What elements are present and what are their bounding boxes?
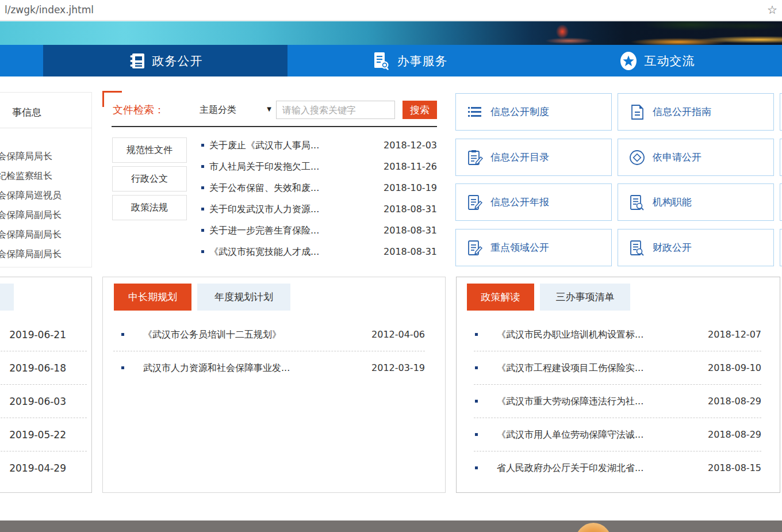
link-box-yishenqing-gongkai[interactable]: 依申请公开 [618, 139, 774, 176]
link-box-label: 信息公开制度 [490, 105, 549, 118]
document-date: 2018-12-03 [384, 135, 437, 156]
item-link[interactable]: 武汉市人力资源和社会保障事业发... [143, 362, 290, 373]
national-emblem-icon [575, 523, 612, 532]
clipboard-pencil-icon [466, 149, 484, 166]
document-link[interactable]: 关于公布保留、失效和废... [209, 182, 319, 193]
category-select[interactable]: 主题分类 ▼ [190, 101, 274, 118]
tab-banshi-fuwu[interactable]: 办事服务 [288, 45, 532, 76]
tab-zhengce-jiedu[interactable]: 政策解读 [467, 284, 534, 311]
tab-zhongchangqi-guihua[interactable]: 中长期规划 [114, 284, 191, 311]
link-box-label: 财政公开 [653, 241, 692, 254]
document-link[interactable]: 市人社局关于印发拖欠工... [209, 161, 319, 172]
tab-label: 办事服务 [397, 53, 448, 69]
tab-niandu-guihua-jihua[interactable]: 年度规划计划 [197, 284, 290, 311]
item-link[interactable]: 《武汉市工程建设项目工伤保险实... [497, 362, 643, 373]
document-date: 2018-10-19 [384, 177, 437, 198]
search-button[interactable]: 搜索 [402, 101, 437, 119]
item-date: 2018-08-29 [708, 418, 761, 451]
bullet-icon [475, 333, 478, 336]
link-box-xinxi-gongkai-zhidu[interactable]: 信息公开制度 [455, 93, 612, 131]
item-link[interactable]: 《武汉市重大劳动保障违法行为社... [497, 396, 643, 407]
search-input[interactable] [276, 101, 395, 119]
category-button-xingzheng[interactable]: 行政公文 [112, 166, 187, 192]
list-item: 《武汉市民办职业培训机构设置标...2018-12-07 [474, 318, 761, 351]
bullet-icon [201, 186, 204, 189]
link-box-label: 信息公开目录 [490, 151, 549, 164]
document-link[interactable]: 《武汉市拓宽技能人才成... [209, 246, 319, 257]
link-box-zhongdian-lingyu-gongkai[interactable]: 重点领域公开 [455, 229, 612, 266]
document-link[interactable]: 关于废止《武汉市人事局... [209, 140, 319, 151]
document-search-icon [372, 51, 390, 71]
doc-magnifier-icon [628, 194, 646, 211]
bullet-icon [201, 250, 204, 253]
footer-bar [0, 520, 782, 532]
chevron-down-icon: ▼ [267, 106, 271, 112]
document-icon [628, 104, 646, 121]
tab-zhengwu-gongkai[interactable]: 政务公开 [43, 45, 288, 76]
sidebar-item[interactable]: 会保障局副局长 [0, 205, 92, 225]
address-bar[interactable]: l/zwgk/index.jhtml ☆ [0, 0, 782, 21]
bullet-icon [475, 366, 478, 369]
document-row: 关于印发武汉市人力资源...2018-08-31 [201, 198, 437, 220]
document-link[interactable]: 关于进一步完善生育保险... [209, 225, 319, 236]
link-box-label: 依申请公开 [653, 151, 702, 164]
document-row: 关于进一步完善生育保险...2018-08-31 [201, 220, 437, 241]
item-date: 2018-12-07 [708, 318, 761, 351]
link-box-xinxi-gongkai-mulu[interactable]: 信息公开目录 [455, 139, 612, 176]
sidebar-item[interactable]: 会保障局巡视员 [0, 186, 92, 205]
bullet-icon [201, 229, 204, 232]
list-item: 《武汉市用人单位劳动保障守法诚...2018-08-29 [474, 418, 761, 451]
document-row: 《武汉市拓宽技能人才成...2018-08-31 [201, 241, 437, 262]
notice-date: 2019-06-18 [0, 351, 87, 385]
bullet-icon [121, 333, 124, 336]
item-date: 2012-04-06 [371, 318, 425, 351]
notice-date: 2019-05-22 [0, 418, 87, 451]
personnel-info-panel: 事信息 会保障局局长 纪检监察组长 会保障局巡视员 会保障局副局长 会保障局副局… [0, 92, 92, 267]
main-nav: 政务公开 办事服务 互动交流 [0, 45, 782, 76]
link-box-xinxi-gongkai-zhinan[interactable]: 信息公开指南 [618, 93, 774, 131]
list-item: 《武汉市公务员培训十二五规划》2012-04-06 [113, 318, 425, 351]
bullet-icon [201, 165, 204, 168]
item-link[interactable]: 《武汉市民办职业培训机构设置标... [497, 329, 643, 340]
menu-list-icon [466, 104, 484, 121]
item-date: 2018-08-15 [708, 451, 761, 485]
list-item: 省人民政府办公厅关于印发湖北省...2018-08-15 [474, 451, 761, 485]
sidebar-item[interactable]: 纪检监察组长 [0, 166, 92, 186]
item-link[interactable]: 《武汉市公务员培训十二五规划》 [143, 329, 281, 340]
notice-date: 2019-04-29 [0, 451, 87, 485]
planning-list: 《武汉市公务员培训十二五规划》2012-04-06 武汉市人力资源和社会保障事业… [113, 318, 425, 385]
tab-hudong-jiaoliu[interactable]: 互动交流 [532, 45, 782, 76]
bookmark-star-icon[interactable]: ☆ [767, 3, 777, 17]
notice-date: 2019-06-03 [0, 385, 87, 418]
link-box-xinxi-gongkai-nianbao[interactable]: 信息公开年报 [455, 183, 612, 221]
category-button-zhengce[interactable]: 政策法规 [112, 195, 187, 220]
document-list: 关于废止《武汉市人事局...2018-12-03 市人社局关于印发拖欠工...2… [201, 135, 437, 262]
sidebar-header: 事信息 [12, 106, 41, 119]
sidebar-item[interactable]: 会保障局副局长 [0, 244, 92, 264]
clipped-tab[interactable] [0, 284, 14, 311]
category-button-guifanxing[interactable]: 规范性文件 [112, 137, 187, 163]
item-date: 2018-08-29 [708, 385, 761, 418]
bullet-icon [121, 366, 124, 369]
corner-bracket-decoration [102, 91, 104, 107]
item-link[interactable]: 《武汉市用人单位劳动保障守法诚... [497, 429, 643, 440]
clipped-link-box [780, 139, 782, 176]
notice-date-list: 2019-06-21 2019-06-18 2019-06-03 2019-05… [0, 318, 87, 485]
link-box-jigou-zhineng[interactable]: 机构职能 [618, 183, 774, 221]
sidebar-item[interactable]: 会保障局局长 [0, 147, 92, 166]
star-circle-icon [619, 51, 638, 71]
doc-pencil-icon [466, 239, 484, 257]
document-link[interactable]: 关于印发武汉市人力资源... [209, 204, 319, 215]
clipped-link-box [780, 93, 782, 131]
clipped-link-box [780, 183, 782, 221]
url-text[interactable]: l/zwgk/index.jhtml [5, 4, 94, 16]
document-date: 2018-08-31 [384, 241, 437, 262]
item-link[interactable]: 省人民政府办公厅关于印发湖北省... [497, 462, 643, 473]
list-item: 武汉市人力资源和社会保障事业发...2012-03-19 [113, 351, 425, 385]
tab-label: 政务公开 [152, 53, 203, 69]
list-item: 《武汉市工程建设项目工伤保险实...2018-09-10 [474, 351, 761, 385]
sidebar-item[interactable]: 会保障局副局长 [0, 225, 92, 244]
tab-label: 互动交流 [645, 53, 695, 69]
tab-sanban-shixiang-qingdan[interactable]: 三办事项清单 [540, 284, 630, 311]
link-box-caizheng-gongkai[interactable]: 财政公开 [618, 229, 774, 266]
